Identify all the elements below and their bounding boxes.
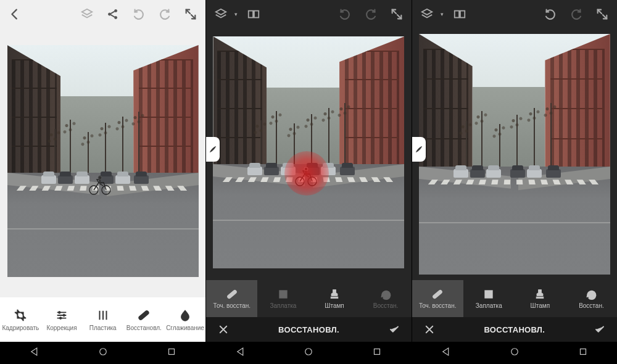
layers-icon[interactable] (212, 6, 230, 23)
svg-point-31 (437, 293, 439, 294)
svg-rect-35 (580, 349, 586, 355)
undo-icon[interactable] (542, 6, 559, 23)
layers-icon[interactable] (418, 6, 436, 23)
expand-icon[interactable] (182, 6, 199, 23)
photo (7, 45, 199, 277)
nav-recent-icon[interactable] (166, 346, 177, 360)
tool-adjust[interactable]: Коррекция (41, 297, 83, 342)
cancel-icon[interactable] (421, 321, 438, 338)
subtool-label: Точ. восстан. (419, 302, 457, 309)
subtool-label: Заплатка (476, 302, 502, 309)
svg-point-12 (145, 313, 146, 314)
nav-home-icon[interactable] (509, 346, 520, 360)
subtool-label: Заплатка (270, 302, 296, 309)
subtool-bar: Точ. восстан. Заплатка Штамп Восстан. (206, 280, 411, 317)
subtool-spot-heal[interactable]: Точ. восстан. (412, 280, 463, 317)
cyclist (88, 173, 112, 195)
editor-canvas[interactable] (206, 28, 411, 280)
subtool-label: Штамп (325, 302, 344, 309)
share-icon[interactable] (104, 6, 122, 23)
svg-point-6 (59, 311, 61, 313)
brush-settings-tab[interactable] (412, 137, 426, 162)
expand-icon[interactable] (594, 6, 611, 23)
svg-point-11 (144, 314, 145, 315)
dropdown-chevron-icon[interactable]: ▾ (441, 11, 444, 17)
subtool-stamp[interactable]: Штамп (308, 280, 360, 317)
confirm-icon[interactable] (591, 321, 608, 338)
tool-crop[interactable]: Кадрировать (0, 297, 41, 342)
redo-icon[interactable] (568, 6, 585, 23)
system-nav (0, 342, 205, 364)
tool-label: Коррекция (46, 325, 77, 331)
editor-canvas[interactable] (0, 28, 205, 297)
nav-back-icon[interactable] (441, 346, 452, 360)
dropdown-chevron-icon[interactable]: ▾ (234, 11, 238, 17)
layers-icon[interactable] (78, 6, 96, 23)
svg-point-8 (59, 316, 62, 319)
confirm-icon[interactable] (386, 321, 403, 338)
mode-title: ВОССТАНОВЛ. (232, 325, 385, 334)
subtool-label: Восстан. (579, 302, 604, 309)
redo-icon[interactable] (156, 6, 173, 23)
confirm-bar: ВОССТАНОВЛ. (206, 317, 411, 342)
subtool-patch[interactable]: Заплатка (463, 280, 515, 317)
svg-rect-33 (537, 297, 544, 299)
heal-selection[interactable] (284, 151, 329, 196)
svg-rect-14 (168, 349, 174, 355)
mode-title: ВОССТАНОВЛ. (438, 325, 591, 334)
subtool-revert[interactable]: Восстан. (566, 280, 617, 317)
tool-smooth[interactable]: Сглаживание (165, 297, 206, 342)
svg-rect-16 (254, 11, 259, 18)
subtool-stamp[interactable]: Штамп (515, 280, 566, 317)
nav-recent-icon[interactable] (578, 346, 589, 360)
back-icon[interactable] (6, 6, 23, 23)
subtool-label: Точ. восстан. (213, 302, 251, 309)
subtool-spot-heal[interactable]: Точ. восстан. (206, 280, 257, 317)
tool-liquify[interactable]: Пластика (82, 297, 123, 342)
nav-home-icon[interactable] (97, 346, 109, 360)
undo-icon[interactable] (130, 6, 147, 23)
svg-rect-24 (331, 297, 338, 299)
tool-label: Пластика (89, 325, 117, 331)
top-toolbar (0, 0, 205, 28)
tool-heal[interactable]: Восстановл. (123, 297, 165, 342)
svg-rect-15 (249, 11, 253, 18)
svg-rect-26 (375, 349, 380, 355)
subtool-patch[interactable]: Заплатка (257, 280, 308, 317)
expand-icon[interactable] (388, 6, 405, 23)
compare-icon[interactable] (451, 6, 468, 23)
subtool-label: Штамп (531, 302, 550, 309)
nav-back-icon[interactable] (235, 346, 246, 360)
svg-point-22 (232, 293, 233, 294)
svg-point-34 (511, 349, 518, 355)
bottom-toolbar: Кадрировать Коррекция Пластика Восстанов… (0, 297, 205, 342)
svg-point-25 (305, 349, 312, 355)
nav-home-icon[interactable] (303, 346, 314, 360)
redo-icon[interactable] (362, 6, 379, 23)
photo (213, 36, 404, 268)
tool-label: Кадрировать (2, 325, 39, 331)
editor-canvas[interactable] (412, 28, 617, 280)
compare-icon[interactable] (245, 6, 262, 23)
nav-recent-icon[interactable] (371, 346, 383, 360)
tool-label: Сглаживание (166, 325, 204, 331)
screen-3: ▾ (412, 0, 617, 364)
cancel-icon[interactable] (215, 321, 232, 338)
top-toolbar: ▾ (206, 0, 411, 28)
subtool-label: Восстан. (373, 302, 399, 309)
undo-icon[interactable] (336, 6, 354, 23)
nav-back-icon[interactable] (29, 346, 40, 360)
tool-label: Восстановл. (126, 325, 162, 331)
svg-point-10 (142, 315, 143, 316)
screen-2: ▾ (205, 0, 411, 364)
svg-point-13 (99, 349, 106, 355)
svg-point-21 (230, 295, 231, 296)
subtool-revert[interactable]: Восстан. (360, 280, 412, 317)
top-toolbar: ▾ (412, 0, 617, 28)
screen-1: Кадрировать Коррекция Пластика Восстанов… (0, 0, 205, 364)
brush-settings-tab[interactable] (206, 137, 220, 162)
svg-point-30 (436, 295, 437, 296)
system-nav (206, 342, 411, 364)
subtool-bar: Точ. восстан. Заплатка Штамп Восстан. (412, 280, 617, 317)
svg-rect-28 (460, 11, 465, 18)
